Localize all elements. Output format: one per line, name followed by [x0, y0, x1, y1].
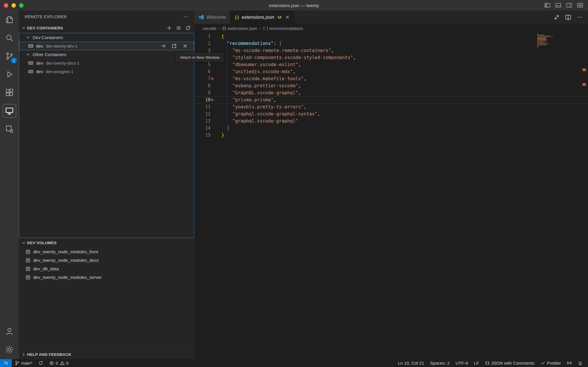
- line-number: 10: [205, 96, 211, 103]
- json-file-icon: {}: [234, 15, 239, 20]
- line-content: }: [221, 132, 224, 139]
- activity-settings[interactable]: [0, 341, 19, 359]
- minimap[interactable]: [537, 34, 556, 47]
- vscode-icon: [198, 14, 204, 20]
- tab-welcome[interactable]: Welcome: [194, 11, 230, 24]
- minimap-line: [537, 37, 547, 38]
- close-window-button[interactable]: [4, 3, 8, 8]
- more-button[interactable]: [577, 14, 583, 20]
- new-window-action[interactable]: [171, 43, 180, 49]
- line-number: 2: [208, 40, 211, 47]
- breadcrumb-extensions-json[interactable]: {}extensions.json: [222, 26, 257, 31]
- status-sync[interactable]: [35, 359, 46, 367]
- code-line-1: 1{: [194, 33, 588, 40]
- container-item-dev-postgres-1[interactable]: devdev-postgres-1: [19, 67, 194, 76]
- activity-dev-containers[interactable]: [0, 120, 19, 138]
- line-content: "dbaeumer.vscode-eslint",: [221, 61, 301, 68]
- status-label: JSON with Comments: [491, 361, 534, 366]
- code-line-15: 15}: [194, 132, 588, 139]
- breadcrumb-separator: ›: [259, 26, 261, 31]
- activity-explorer[interactable]: [0, 11, 19, 29]
- layout-sidebar-right-button[interactable]: [566, 2, 572, 9]
- dev-containers-tree: Dev Containersdevdev-twenty-dev-1Other C…: [19, 33, 194, 238]
- layout-grid-button[interactable]: [577, 2, 583, 9]
- breadcrumb--vscode[interactable]: .vscode: [202, 26, 216, 31]
- container-name: dev: [36, 69, 43, 74]
- gutter: 2: [194, 40, 221, 47]
- status-broadcast[interactable]: [564, 359, 575, 367]
- status-indentation[interactable]: Spaces: 2: [427, 359, 453, 367]
- container-icon: [28, 69, 34, 74]
- minimap-line: [537, 41, 547, 42]
- section-help-and-feedback[interactable]: HELP AND FEEDBACK: [19, 350, 194, 359]
- code-editor[interactable]: 1{2 "recommendations": [3 "ms-vscode-rem…: [194, 33, 588, 359]
- close-action[interactable]: [182, 43, 191, 49]
- code-line-7: 7 "ms-vscode.makefile-tools",: [194, 75, 588, 82]
- status-bar: main*00 Ln 10, Col 21Spaces: 2UTF-8LF{}J…: [0, 359, 588, 367]
- activity-extensions[interactable]: [0, 83, 19, 102]
- container-item-dev-twenty-dev-1[interactable]: devdev-twenty-dev-1: [19, 42, 194, 50]
- layout-panel-button[interactable]: [555, 2, 562, 9]
- plus-icon: [166, 25, 172, 31]
- layout-sidebar-left-button[interactable]: [544, 2, 551, 9]
- gutter: 6: [194, 68, 221, 75]
- gutter: 15: [194, 132, 221, 139]
- section-dev-containers-header[interactable]: DEV CONTAINERS: [19, 23, 194, 33]
- status-cursor-position[interactable]: Ln 10, Col 21: [395, 359, 427, 367]
- arrow-right-action[interactable]: [161, 43, 169, 49]
- activity-search[interactable]: [0, 29, 19, 47]
- status-git-branch[interactable]: main*: [12, 359, 35, 367]
- sidebar: REMOTE EXPLORER DEV CONTAINERS Dev Conta…: [19, 11, 194, 359]
- list-filter-button[interactable]: [176, 25, 181, 31]
- status-encoding[interactable]: UTF-8: [452, 359, 471, 367]
- section-actions: [166, 25, 191, 31]
- activity-run-and-debug[interactable]: [0, 65, 19, 83]
- status-formatter[interactable]: Prettier: [537, 359, 564, 367]
- line-content: "graphql.vscode-graphql": [221, 118, 298, 125]
- open-changes-button[interactable]: [554, 14, 560, 20]
- section-dev-volumes-header[interactable]: DEV VOLUMES: [19, 238, 194, 247]
- split-editor-button[interactable]: [565, 14, 571, 20]
- window-title: extensions.json — twenty: [0, 3, 588, 8]
- status-problems[interactable]: 00: [46, 359, 71, 367]
- tree-group-dev-containers[interactable]: Dev Containers: [19, 33, 194, 42]
- minimap-line: [537, 39, 547, 40]
- status-notifications[interactable]: [575, 359, 586, 367]
- chevron-down-icon: [21, 26, 26, 31]
- plus-button[interactable]: [166, 25, 172, 31]
- breadcrumb-recommendations[interactable]: [ ]recommendations: [263, 26, 303, 31]
- line-number: 8: [208, 82, 211, 89]
- refresh-button[interactable]: [185, 25, 191, 31]
- overview-ruler-mark: [582, 68, 586, 71]
- status-language-mode[interactable]: {}JSON with Comments: [482, 359, 537, 367]
- volume-item-dev-twenty-node-modules-server[interactable]: dev_twenty_node_modules_server: [19, 273, 194, 281]
- status-label: Prettier: [547, 361, 561, 366]
- tree-group-other-containers[interactable]: Other Containers: [19, 50, 194, 59]
- more-actions-icon[interactable]: [183, 14, 188, 19]
- volume-item-dev-db-data[interactable]: dev_db_data: [19, 264, 194, 273]
- chev-down-icon: [26, 35, 31, 40]
- status-eol[interactable]: LF: [471, 359, 482, 367]
- maximize-window-button[interactable]: [19, 3, 24, 8]
- minimap-line: [537, 36, 553, 37]
- container-description: dev-twenty-dev-1: [46, 44, 77, 48]
- volume-item-dev-twenty-node-modules-docs[interactable]: dev_twenty_node_modules_docs: [19, 256, 194, 264]
- status-label: main*: [21, 361, 32, 366]
- status-label: LF: [474, 361, 479, 366]
- status-label: 0: [56, 361, 58, 366]
- activity-remote-explorer[interactable]: [0, 102, 19, 120]
- container-item-dev-twenty-docs-1[interactable]: devdev-twenty-docs-1: [19, 59, 194, 67]
- section-label: DEV CONTAINERS: [27, 26, 63, 30]
- volume-item-dev-twenty-node-modules-front[interactable]: dev_twenty_node_modules_front: [19, 247, 194, 256]
- chevron-right-icon: [21, 352, 26, 357]
- minimize-window-button[interactable]: [11, 3, 16, 8]
- minimap-line: [537, 36, 550, 36]
- remote-indicator[interactable]: [0, 359, 12, 367]
- close-tab-icon[interactable]: [285, 15, 290, 20]
- activity-source-control[interactable]: 1: [0, 47, 19, 65]
- status-right: Ln 10, Col 21Spaces: 2UTF-8LF{}JSON with…: [395, 359, 588, 367]
- sidebar-header: REMOTE EXPLORER: [19, 11, 194, 23]
- gutter-marker: [211, 98, 214, 101]
- tab-extensions-json[interactable]: {}extensions.jsonM: [230, 11, 294, 24]
- activity-accounts[interactable]: [0, 322, 19, 341]
